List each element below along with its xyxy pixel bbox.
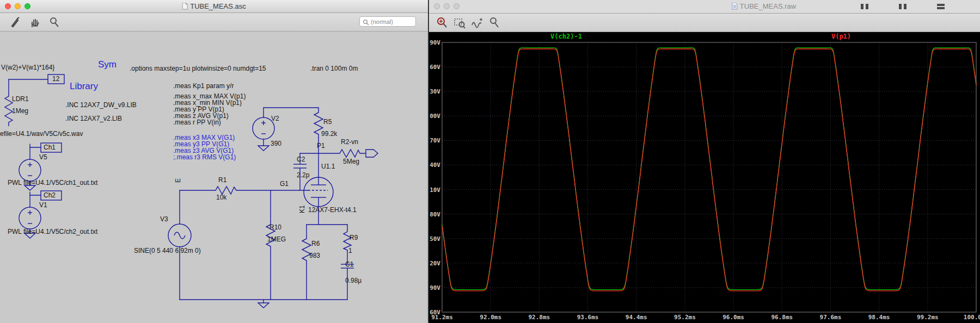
zoom-area-icon[interactable] — [453, 16, 466, 29]
schematic-label-r9: R9 — [350, 234, 358, 241]
schematic-label-meas-r: .meas r PP V(in) — [173, 119, 221, 126]
schematic-label-r9-value: 1 — [348, 247, 352, 254]
schematic-label-v1: V1 — [39, 202, 47, 209]
x-tick-label: 96.8ms — [771, 314, 793, 321]
minimize-button[interactable] — [15, 3, 21, 9]
schematic-label-r5: R5 — [323, 119, 332, 126]
minimize-button-inactive[interactable] — [444, 3, 450, 9]
schematic-label-meas-r3: ;.meas r3 RMS V(G1) — [173, 154, 236, 161]
resistor-LDR1[interactable] — [5, 94, 13, 126]
search-icon — [363, 19, 369, 26]
schematic-label-r6-value: 983 — [309, 252, 320, 259]
schematic-label-r1-value: 10k — [216, 194, 226, 201]
schematic-label-r5-value: 99.2k — [321, 131, 337, 138]
schematic-label-efile: efile=U4.1/wav/V5C/v5c.wav — [0, 131, 83, 138]
y-tick-label: 90V — [429, 39, 440, 46]
schematic-label-library-header: Library — [70, 83, 98, 90]
schematic-label-tube-type: 12AX7-EHX-t4.1 — [308, 207, 357, 214]
y-tick-label: 50V — [429, 235, 440, 242]
schematic-label-v3: V3 — [160, 216, 168, 223]
y-tick-label: 30V — [429, 88, 440, 95]
schematic-label-sym-header: Sym — [98, 61, 117, 68]
schematic-label-r10: R10 — [270, 224, 281, 231]
close-button[interactable] — [5, 3, 11, 9]
window-toolbar-icon-2[interactable] — [897, 2, 909, 11]
zoom-button-inactive[interactable] — [454, 3, 460, 9]
y-tick-label: 70V — [429, 137, 440, 144]
document-icon — [732, 3, 738, 10]
schematic-label-tran-directive: .tran 0 100m 0m — [310, 65, 358, 72]
autoscale-icon[interactable] — [470, 16, 483, 29]
zoom-button[interactable] — [24, 3, 30, 9]
desktop: V(w2)+V(w1)*164}12LDR11Megefile=U4.1/wav… — [0, 0, 980, 323]
schematic-canvas[interactable]: V(w2)+V(w1)*164}12LDR11Megefile=U4.1/wav… — [0, 0, 428, 323]
schematic-label-ch1: Ch1 — [44, 144, 56, 151]
schematic-label-c2-value: 2.2p — [297, 172, 309, 179]
schematic-label-v3-value: SINE(0 5 440 6.92m 0) — [134, 247, 201, 254]
window-title-text: TUBE_MEAS.raw — [740, 2, 796, 10]
schematic-toolbar: (normal) — [0, 13, 428, 32]
window-toolbar-icon-3[interactable] — [935, 2, 947, 11]
schematic-label-k1: K1 — [299, 205, 306, 213]
x-tick-label: 93.6ms — [577, 314, 599, 321]
window-title-text: TUBE_MEAS.asc — [190, 2, 246, 10]
x-tick-label: 94.4ms — [626, 314, 647, 321]
schematic-label-options-directive: .options maxstep=1u plotwinsize=0 numdgt… — [130, 65, 266, 72]
waveform-plot[interactable] — [429, 0, 980, 323]
y-tick-label: 20V — [429, 259, 440, 266]
schematic-label-ch2: Ch2 — [44, 192, 56, 199]
probe-icon[interactable] — [488, 16, 501, 29]
zoom-in-icon[interactable] — [436, 16, 449, 29]
schematic-label-pwl1: PWL file=U4.1/V5C/ch1_out.txt — [8, 179, 97, 187]
waveform-window: V(ch2)-1 V(p1) TUBE_MEAS.raw — [429, 0, 980, 323]
y-tick-label: 90V — [429, 284, 440, 291]
trace-title-vch2[interactable]: V(ch2)-1 — [550, 33, 582, 40]
schematic-label-p1: P1 — [317, 142, 325, 150]
schematic-label-r1: R1 — [218, 177, 226, 184]
schematic-label-r6: R6 — [311, 240, 320, 247]
waveform-titlebar[interactable]: TUBE_MEAS.raw — [429, 0, 980, 14]
schematic-label-c1: C1 — [345, 261, 353, 268]
schematic-label-inc2: .INC 12AX7_v2.LIB — [65, 115, 122, 122]
tube-U1[interactable] — [304, 177, 333, 207]
schematic-label-expr: V(w2)+V(w1)*164} — [1, 64, 54, 71]
schematic-label-r2: R2-vn — [341, 139, 358, 146]
schematic-label-e: E — [175, 178, 182, 183]
close-button-inactive[interactable] — [434, 3, 440, 9]
source-V5[interactable] — [19, 159, 41, 181]
schematic-label-ldr1-value: 1Meg — [12, 108, 28, 115]
source-V3[interactable] — [168, 224, 191, 247]
resistor-R2[interactable] — [338, 150, 362, 157]
port-vn[interactable] — [366, 150, 378, 157]
y-tick-label: 60V — [429, 309, 440, 316]
source-V1[interactable] — [19, 207, 41, 229]
schematic-label-c2: C2 — [297, 156, 305, 163]
schematic-titlebar[interactable]: TUBE_MEAS.asc — [0, 0, 428, 13]
x-tick-label: 92.8ms — [528, 314, 550, 321]
schematic-label-r10-value: 1MEG — [267, 236, 286, 243]
x-tick-label: 99.2ms — [917, 314, 939, 321]
schematic-label-net-12: 12 — [52, 76, 59, 83]
edit-tool-icon[interactable] — [9, 16, 22, 29]
probe-icon[interactable] — [48, 16, 61, 29]
schematic-label-v5: V5 — [39, 154, 47, 161]
resistor-R1[interactable] — [213, 187, 238, 194]
schematic-label-g1: G1 — [280, 181, 289, 188]
x-tick-label: 97.6ms — [820, 314, 842, 321]
x-tick-label: 92.0ms — [480, 314, 501, 321]
capacitor-C2[interactable] — [293, 164, 307, 168]
pan-hand-icon[interactable] — [28, 16, 41, 29]
window-toolbar-icon-1[interactable] — [859, 2, 871, 11]
x-tick-label: 95.2ms — [674, 314, 696, 321]
resistor-R6[interactable] — [302, 236, 311, 264]
schematic-window: V(w2)+V(w1)*164}12LDR11Megefile=U4.1/wav… — [0, 0, 428, 323]
search-field[interactable]: (normal) — [359, 16, 416, 27]
schematic-label-pwl2: PWL file=U4.1/V5C/ch2_out.txt — [8, 228, 97, 235]
schematic-label-r2-value: 5Meg — [343, 158, 359, 165]
schematic-label-u1: U1.1 — [321, 163, 335, 170]
ground-symbols[interactable] — [24, 146, 269, 308]
schematic-label-v2-value: 390 — [271, 140, 281, 147]
schematic-label-ldr1: LDR1 — [12, 96, 29, 103]
trace-title-vp1[interactable]: V(p1) — [831, 33, 851, 40]
y-tick-label: 00V — [429, 113, 440, 120]
